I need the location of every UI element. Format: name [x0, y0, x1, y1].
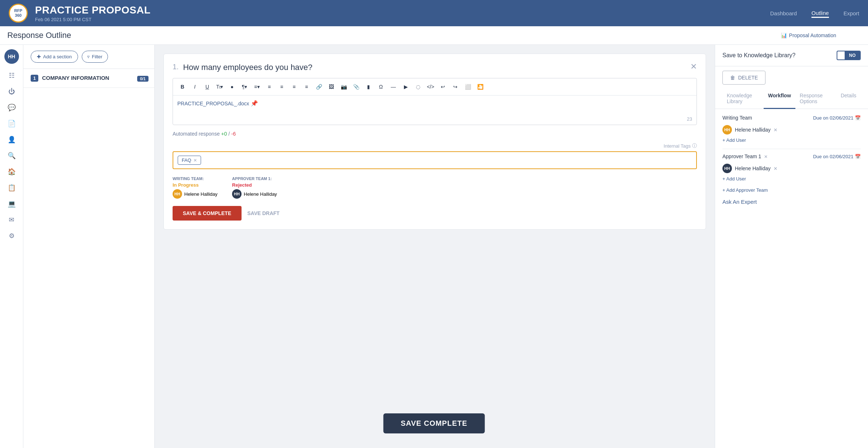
sidebar-icon-clipboard[interactable]: 📋	[4, 180, 19, 195]
add-section-button[interactable]: ✚ Add a section	[31, 51, 78, 63]
toolbar-table[interactable]: ▮	[363, 81, 374, 92]
toggle-yes-option[interactable]	[837, 54, 845, 57]
section-item[interactable]: 1 COMPANY INFORMATION 0/1	[23, 69, 154, 88]
app-subtitle: Feb 06 2021 5:00 PM CST	[35, 17, 770, 22]
toolbar-erase[interactable]: ◌	[412, 81, 424, 92]
approver-remove-icon[interactable]: ✕	[764, 154, 768, 159]
sidebar-icon-power[interactable]: ⏻	[4, 84, 19, 99]
play-icon: ▶	[844, 32, 848, 39]
toolbar-code[interactable]: </>	[425, 81, 436, 92]
writing-team-section-title: Writing Team	[722, 115, 752, 121]
tab-response-options[interactable]: Response Options	[795, 89, 836, 109]
sidebar-icon-user[interactable]: 👤	[4, 132, 19, 147]
approver-team-section-title: Approver Team 1 ✕	[722, 153, 768, 159]
sidebar-icon-messages[interactable]: 💬	[4, 100, 19, 115]
toolbar-redo[interactable]: ↪	[450, 81, 461, 92]
logo-text: RFP360	[14, 8, 22, 18]
sidebar-icon-document[interactable]: 📄	[4, 116, 19, 131]
toolbar-em-dash[interactable]: —	[387, 81, 399, 92]
tag-label: FAQ	[182, 157, 191, 163]
sidebar-icon-building[interactable]: 🏠	[4, 164, 19, 179]
toolbar-attachment[interactable]: 📎	[350, 81, 362, 92]
toolbar-omega[interactable]: Ω	[375, 81, 387, 92]
writing-member-remove[interactable]: ✕	[774, 127, 778, 133]
automated-response: Automated response +0 / -6	[173, 131, 697, 137]
file-link[interactable]: PRACTICE_PROPOSAL_.docx	[177, 101, 249, 106]
workflow-status: WRITING TEAM: In Progress HH Helene Hall…	[173, 176, 697, 199]
close-button[interactable]: ✕	[690, 63, 697, 71]
tag-remove-icon[interactable]: ✕	[193, 158, 197, 163]
nav-export[interactable]: Export	[844, 9, 859, 18]
knowledge-library-toggle[interactable]: NO	[837, 51, 861, 60]
toolbar-media[interactable]: 🎦	[474, 81, 486, 92]
ask-expert-link[interactable]: Ask An Expert	[722, 199, 861, 205]
tab-workflow[interactable]: Workflow	[764, 89, 795, 109]
save-draft-button[interactable]: SAVE DRAFT	[247, 210, 279, 216]
editor-container: B I U Tt▾ ● ¶▾ ≡▾ ≡ ≡ ≡ ≡ 🔗 🖼 📷 📎 ▮	[173, 78, 697, 125]
toolbar-paragraph[interactable]: ¶▾	[239, 81, 250, 92]
sidebar-icon-search[interactable]: 🔍	[4, 148, 19, 163]
nav-outline[interactable]: Outline	[811, 8, 829, 18]
toolbar-fullscreen[interactable]: ⬜	[462, 81, 474, 92]
toolbar-image[interactable]: 🖼	[325, 81, 337, 92]
add-writing-user-link[interactable]: + Add User	[722, 137, 861, 143]
nav-dashboard[interactable]: Dashboard	[770, 9, 797, 18]
toolbar-undo[interactable]: ↩	[437, 81, 449, 92]
save-complete-toast: SAVE COMPLETE	[383, 413, 485, 433]
tab-knowledge-library[interactable]: Knowledge Library	[722, 89, 764, 109]
filter-button[interactable]: ▿ Filter	[82, 51, 108, 63]
writing-team-header: Writing Team Due on 02/06/2021 📅	[722, 115, 861, 121]
toolbar-outdent[interactable]: ≡	[301, 81, 312, 92]
action-buttons: SAVE & COMPLETE SAVE DRAFT	[173, 206, 697, 221]
toolbar-bold[interactable]: B	[177, 81, 188, 92]
toolbar-camera[interactable]: 📷	[338, 81, 350, 92]
editor-body[interactable]: PRACTICE_PROPOSAL_.docx 📌 23	[173, 96, 697, 125]
main-layout: HH ☷ ⏻ 💬 📄 👤 🔍 🏠 📋 💻 ✉ ⚙ ✚ Add a section…	[0, 45, 868, 448]
approver-team-value: Rejected	[232, 182, 277, 188]
delete-button[interactable]: 🗑 DELETE	[722, 71, 765, 85]
save-complete-button[interactable]: SAVE & COMPLETE	[173, 206, 242, 221]
add-approver-user-link[interactable]: + Add User	[722, 176, 861, 182]
automated-negative: -6	[231, 131, 236, 137]
sidebar-icon-chart[interactable]: ☷	[4, 68, 19, 83]
user-avatar[interactable]: HH	[4, 49, 19, 64]
approver-calendar-icon[interactable]: 📅	[855, 154, 861, 159]
knowledge-library-label: Save to Knowledge Library?	[722, 52, 795, 59]
help-icon[interactable]: ⓘ	[692, 143, 697, 149]
toolbar-color[interactable]: ●	[226, 81, 238, 92]
toolbar-indent[interactable]: ≡	[288, 81, 300, 92]
toolbar-text-size[interactable]: Tt▾	[214, 81, 225, 92]
writing-team-status: WRITING TEAM: In Progress HH Helene Hall…	[173, 176, 217, 199]
writing-member-name: Helene Halliday	[735, 127, 771, 133]
toolbar-underline[interactable]: U	[201, 81, 213, 92]
add-approver-team-link[interactable]: + Add Approver Team	[722, 187, 861, 193]
tag-faq: FAQ ✕	[178, 156, 201, 165]
toolbar-italic[interactable]: I	[189, 81, 201, 92]
question-header: 1. How many employees do you have? ✕	[173, 63, 697, 72]
right-panel-top: Save to Knowledge Library? NO	[715, 45, 868, 66]
sidebar-icon-monitor[interactable]: 💻	[4, 196, 19, 211]
toolbar-cursor[interactable]: ▶	[400, 81, 412, 92]
section-number-badge: 1	[31, 75, 38, 82]
writing-team-avatar: HH	[173, 189, 182, 199]
toolbar-ordered-list[interactable]: ≡	[263, 81, 275, 92]
toggle-no-option[interactable]: NO	[845, 51, 860, 59]
toolbar-align[interactable]: ≡▾	[251, 81, 263, 92]
sidebar-icon-settings[interactable]: ⚙	[4, 229, 19, 243]
left-panel: ✚ Add a section ▿ Filter 1 COMPANY INFOR…	[23, 45, 155, 448]
main-content: 1. How many employees do you have? ✕ B I…	[155, 45, 715, 448]
proposal-automation-link[interactable]: 📊 Proposal Automation	[781, 32, 836, 38]
toolbar-unordered-list[interactable]: ≡	[276, 81, 288, 92]
sub-header: Response Outline 📊 Proposal Automation ▶…	[0, 26, 868, 45]
writing-team-person: HH Helene Halliday	[173, 189, 217, 199]
editor-toolbar: B I U Tt▾ ● ¶▾ ≡▾ ≡ ≡ ≡ ≡ 🔗 🖼 📷 📎 ▮	[173, 78, 697, 96]
calendar-icon[interactable]: 📅	[855, 115, 861, 121]
toolbar-link[interactable]: 🔗	[313, 81, 325, 92]
tour-button[interactable]: ▶ Tour	[844, 32, 861, 39]
sidebar-icon-mail[interactable]: ✉	[4, 213, 19, 227]
app-title-area: PRACTICE PROPOSAL Feb 06 2021 5:00 PM CS…	[35, 4, 770, 22]
tab-details[interactable]: Details	[836, 89, 861, 109]
approver-member-remove[interactable]: ✕	[774, 166, 778, 171]
filter-icon: ▿	[87, 54, 90, 59]
tags-input-area[interactable]: FAQ ✕	[173, 151, 697, 169]
